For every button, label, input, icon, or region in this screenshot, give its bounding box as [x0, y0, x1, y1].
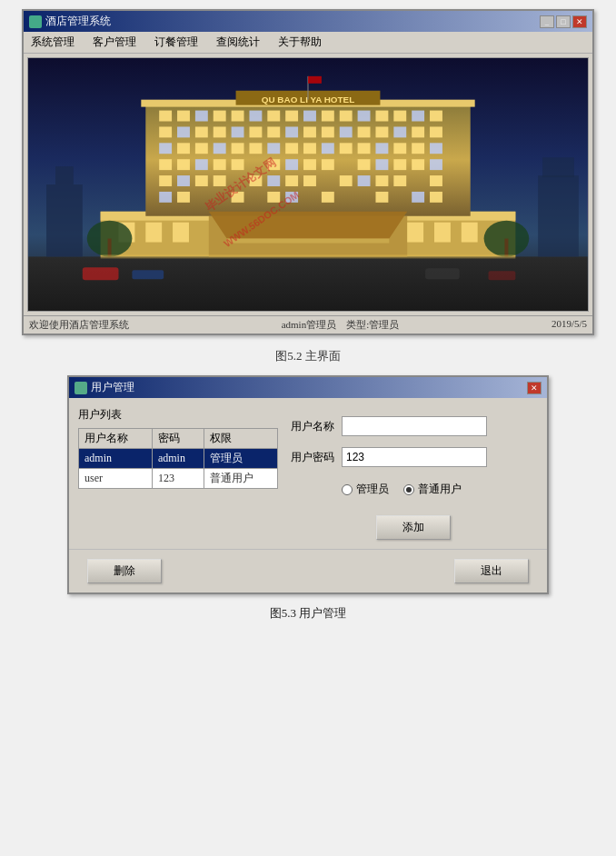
radio-normal-circle[interactable] — [403, 484, 414, 495]
svg-rect-74 — [358, 159, 371, 170]
svg-rect-34 — [177, 126, 190, 137]
name-label: 用户名称 — [289, 419, 334, 434]
svg-rect-5 — [542, 157, 574, 177]
user-management-window: 用户管理 ✕ 用户列表 用户名称 密码 权限 admin — [67, 375, 549, 594]
svg-rect-10 — [173, 223, 189, 243]
svg-rect-115 — [489, 271, 516, 280]
figure-caption-2: 图5.3 用户管理 — [270, 605, 347, 622]
svg-rect-89 — [375, 175, 388, 186]
svg-rect-31 — [412, 111, 424, 122]
user-titlebar-left: 用户管理 — [75, 380, 134, 395]
svg-rect-87 — [340, 175, 353, 186]
svg-rect-41 — [303, 126, 316, 137]
svg-rect-48 — [430, 126, 442, 137]
titlebar-left: 酒店管理系统 — [29, 14, 111, 29]
svg-rect-69 — [232, 159, 244, 170]
svg-rect-98 — [375, 192, 388, 203]
svg-rect-93 — [177, 192, 190, 203]
svg-rect-32 — [430, 111, 442, 122]
radio-admin-label: 管理员 — [356, 482, 389, 497]
svg-rect-76 — [393, 159, 406, 170]
svg-rect-36 — [214, 126, 226, 137]
close-button[interactable]: ✕ — [572, 15, 587, 28]
svg-rect-64 — [430, 143, 442, 154]
user-close-button[interactable]: ✕ — [527, 382, 541, 394]
svg-rect-17 — [159, 111, 172, 122]
svg-rect-13 — [434, 223, 451, 243]
table-row[interactable]: user 123 普通用户 — [79, 469, 278, 489]
user-form-panel: 用户名称 用户密码 管理员 普通用户 添加 — [289, 407, 538, 540]
svg-rect-24 — [285, 111, 298, 122]
svg-rect-40 — [285, 126, 298, 137]
svg-rect-78 — [430, 159, 442, 170]
radio-row: 管理员 普通用户 — [289, 482, 538, 497]
menu-client[interactable]: 客户管理 — [89, 34, 140, 51]
delete-button[interactable]: 删除 — [87, 559, 162, 583]
main-titlebar: 酒店管理系统 _ □ ✕ — [24, 11, 592, 32]
svg-rect-46 — [393, 126, 406, 137]
svg-rect-14 — [462, 223, 478, 243]
cell-password: admin — [152, 449, 204, 469]
svg-rect-43 — [340, 126, 353, 137]
svg-rect-50 — [177, 143, 190, 154]
menu-stats[interactable]: 查阅统计 — [213, 34, 263, 51]
svg-rect-56 — [285, 143, 298, 154]
svg-rect-114 — [425, 268, 460, 279]
svg-rect-82 — [214, 175, 226, 186]
svg-rect-47 — [412, 126, 424, 137]
svg-rect-79 — [159, 175, 172, 186]
add-button[interactable]: 添加 — [376, 515, 451, 540]
svg-rect-27 — [340, 111, 353, 122]
user-window-body: 用户列表 用户名称 密码 权限 admin admin 管理员 — [69, 398, 547, 549]
maximize-button[interactable]: □ — [556, 15, 571, 28]
app-icon — [29, 15, 42, 28]
svg-rect-68 — [214, 159, 226, 170]
user-window-controls: ✕ — [527, 382, 541, 394]
minimize-button[interactable]: _ — [540, 15, 554, 28]
menu-system[interactable]: 系统管理 — [27, 34, 78, 51]
radio-normal-label: 普通用户 — [418, 482, 462, 497]
svg-rect-19 — [195, 111, 208, 122]
svg-rect-12 — [407, 223, 423, 243]
svg-rect-72 — [303, 159, 316, 170]
svg-rect-30 — [393, 111, 406, 122]
menu-help[interactable]: 关于帮助 — [274, 34, 325, 51]
status-date: 2019/5/5 — [551, 318, 587, 332]
radio-admin-circle[interactable] — [342, 484, 353, 495]
svg-rect-58 — [322, 143, 334, 154]
svg-rect-33 — [159, 126, 172, 137]
svg-rect-23 — [267, 111, 280, 122]
svg-rect-100 — [430, 192, 442, 203]
radio-admin[interactable]: 管理员 — [342, 482, 389, 497]
svg-rect-42 — [322, 126, 334, 137]
svg-rect-111 — [101, 254, 516, 258]
menu-order[interactable]: 订餐管理 — [151, 34, 202, 51]
svg-rect-45 — [375, 126, 388, 137]
svg-rect-54 — [249, 143, 262, 154]
exit-button[interactable]: 退出 — [454, 559, 529, 583]
name-input[interactable] — [342, 416, 487, 436]
svg-rect-73 — [322, 159, 334, 170]
svg-rect-81 — [195, 175, 208, 186]
user-window-footer: 删除 退出 — [69, 549, 547, 592]
svg-rect-37 — [232, 126, 244, 137]
cell-role: 普通用户 — [204, 469, 278, 489]
svg-rect-53 — [232, 143, 244, 154]
svg-rect-9 — [145, 223, 162, 243]
password-input[interactable] — [342, 447, 487, 467]
user-table: 用户名称 密码 权限 admin admin 管理员 user 123 普通用户 — [78, 428, 278, 489]
radio-normal[interactable]: 普通用户 — [403, 482, 462, 497]
table-row[interactable]: admin admin 管理员 — [79, 449, 278, 469]
svg-rect-110 — [504, 239, 508, 257]
name-row: 用户名称 — [289, 416, 538, 436]
svg-rect-99 — [412, 192, 424, 203]
svg-rect-80 — [177, 175, 190, 186]
svg-rect-18 — [177, 111, 190, 122]
svg-rect-49 — [159, 143, 172, 154]
svg-rect-106 — [308, 76, 322, 84]
svg-rect-67 — [195, 159, 208, 170]
add-btn-row: 添加 — [289, 515, 538, 540]
svg-rect-97 — [322, 192, 334, 203]
svg-rect-91 — [430, 175, 442, 186]
svg-rect-88 — [358, 175, 371, 186]
